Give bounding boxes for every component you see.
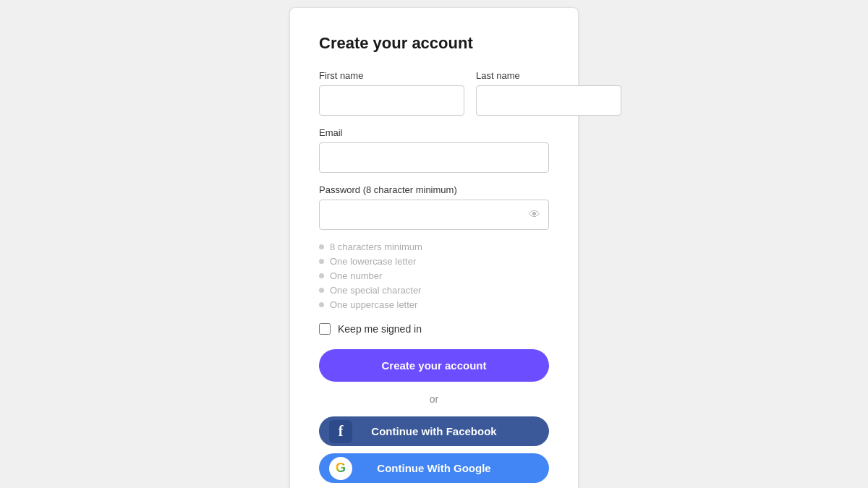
hint-dot — [319, 259, 324, 264]
password-hints-list: 8 characters minimumOne lowercase letter… — [319, 241, 549, 310]
keep-signed-group: Keep me signed in — [319, 323, 549, 335]
email-input[interactable] — [319, 142, 549, 173]
password-wrapper: 👁 — [319, 200, 549, 230]
facebook-icon: f — [339, 423, 344, 440]
password-input[interactable] — [319, 200, 549, 230]
facebook-button-label: Continue with Facebook — [371, 425, 496, 437]
or-divider: or — [319, 393, 549, 405]
last-name-group: Last name — [476, 70, 621, 116]
first-name-input[interactable] — [319, 85, 464, 116]
hint-text: One lowercase letter — [330, 256, 416, 267]
google-icon-wrap: G — [329, 457, 352, 480]
signup-card: Create your account First name Last name… — [289, 7, 579, 488]
password-hint-item: One number — [319, 270, 549, 281]
card-title: Create your account — [319, 34, 549, 53]
email-label: Email — [319, 127, 549, 138]
password-group: Password (8 character minimum) 👁 — [319, 184, 549, 230]
first-name-label: First name — [319, 70, 464, 81]
facebook-button[interactable]: f Continue with Facebook — [319, 416, 549, 446]
toggle-password-icon[interactable]: 👁 — [529, 208, 540, 221]
email-group: Email — [319, 127, 549, 173]
google-icon: G — [336, 461, 346, 476]
password-hint-item: 8 characters minimum — [319, 241, 549, 252]
create-account-button[interactable]: Create your account — [319, 349, 549, 382]
keep-signed-label[interactable]: Keep me signed in — [338, 323, 422, 335]
name-row: First name Last name — [319, 70, 549, 116]
last-name-label: Last name — [476, 70, 621, 81]
page-wrapper: Create your account First name Last name… — [0, 0, 868, 488]
hint-text: One special character — [330, 285, 421, 296]
password-hint-item: One uppercase letter — [319, 299, 549, 310]
hint-dot — [319, 244, 324, 249]
hint-dot — [319, 302, 324, 307]
password-hint-item: One special character — [319, 285, 549, 296]
facebook-icon-wrap: f — [329, 420, 352, 443]
password-hint-item: One lowercase letter — [319, 256, 549, 267]
hint-text: 8 characters minimum — [330, 241, 422, 252]
keep-signed-checkbox[interactable] — [319, 323, 331, 335]
password-label: Password (8 character minimum) — [319, 184, 549, 195]
hint-dot — [319, 273, 324, 278]
hint-text: One number — [330, 270, 382, 281]
hint-text: One uppercase letter — [330, 299, 417, 310]
first-name-group: First name — [319, 70, 464, 116]
hint-dot — [319, 288, 324, 293]
last-name-input[interactable] — [476, 85, 621, 116]
google-button[interactable]: G Continue With Google — [319, 453, 549, 483]
google-button-label: Continue With Google — [377, 462, 490, 474]
